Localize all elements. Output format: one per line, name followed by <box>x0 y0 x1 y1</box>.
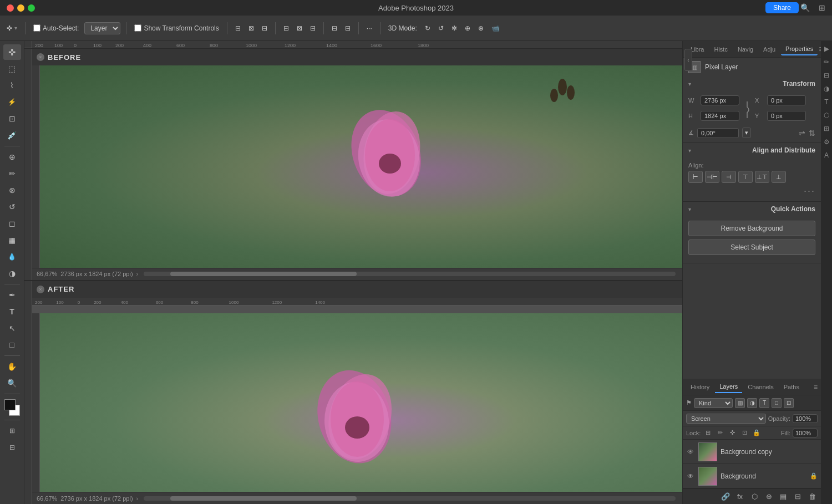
fill-input[interactable] <box>793 429 818 437</box>
distribute-v-btn[interactable]: ⊟ <box>343 23 353 33</box>
quick-select-tool[interactable]: ⚡ <box>3 94 21 110</box>
move-tool[interactable]: ✜ <box>3 44 21 60</box>
align-left-btn[interactable]: ⊟ <box>233 23 243 33</box>
history-brush-tool[interactable]: ↺ <box>3 199 21 215</box>
gradient-tool[interactable]: ▦ <box>3 232 21 248</box>
3d-scale-btn[interactable]: ✼ <box>449 23 459 33</box>
lasso-tool[interactable]: ⌇ <box>3 78 21 93</box>
align-v-center-btn[interactable]: ⊥⊤ <box>755 171 769 183</box>
align-right-btn[interactable]: ⊟ <box>260 23 270 33</box>
3d-spin-btn[interactable]: ↺ <box>436 23 446 33</box>
opacity-input[interactable] <box>793 414 818 423</box>
brush-tool[interactable]: ✏ <box>3 166 21 181</box>
add-layer-icon[interactable]: ⊟ <box>792 491 803 502</box>
before-scrollbar[interactable] <box>144 272 676 276</box>
layer-visibility-bg[interactable]: 👁 <box>686 472 695 481</box>
distribute-h-btn[interactable]: ⊟ <box>329 23 339 33</box>
3d-rotate-btn[interactable]: ↻ <box>423 23 433 33</box>
align-bottom-edge-btn[interactable]: ⊥ <box>772 171 786 183</box>
layer-filter-select[interactable]: Kind <box>694 398 733 408</box>
flip-v-icon[interactable]: ⇅ <box>809 129 815 138</box>
before-panel-close[interactable]: × <box>37 53 44 61</box>
height-input[interactable] <box>701 111 739 121</box>
strip-settings-icon[interactable]: ⚙ <box>822 138 831 146</box>
align-top-edge-btn[interactable]: ⊤ <box>738 171 753 183</box>
lock-position-icon[interactable]: ✏ <box>715 428 725 438</box>
dodge-tool[interactable]: ◑ <box>3 266 21 281</box>
lock-all-icon[interactable]: 🔒 <box>752 428 762 438</box>
right-collapse-btn[interactable]: ‹ <box>684 49 692 71</box>
blend-mode-select[interactable]: Screen <box>686 414 766 424</box>
pen-tool[interactable]: ✒ <box>3 287 21 303</box>
strip-play-icon[interactable]: ▶ <box>822 44 831 53</box>
delete-layer-icon[interactable]: 🗑 <box>806 491 818 502</box>
maximize-button[interactable] <box>28 4 35 12</box>
blur-tool[interactable]: 💧 <box>3 249 21 264</box>
filter-type-icon[interactable]: T <box>759 398 769 408</box>
strip-brush-icon[interactable]: ✏ <box>822 58 831 67</box>
align-vcenter-btn[interactable]: ⊠ <box>295 23 305 33</box>
show-transform-toggle[interactable]: Show Transform Controls <box>132 23 221 33</box>
path-select-tool[interactable]: ↖ <box>3 320 21 336</box>
align-center-btn[interactable]: ⊠ <box>246 23 256 33</box>
add-mask-icon[interactable]: ⬡ <box>749 491 760 502</box>
tab-properties[interactable]: Properties <box>781 43 818 55</box>
layer-item-bg-copy[interactable]: 👁 Background copy <box>683 440 821 464</box>
align-h-center-btn[interactable]: ⊣⊢ <box>705 171 719 183</box>
panels-icon[interactable]: ⊞ <box>819 3 825 12</box>
lock-move-icon[interactable]: ✜ <box>727 428 737 438</box>
before-scrollbar-thumb[interactable] <box>170 272 357 276</box>
remove-background-button[interactable]: Remove Background <box>688 221 815 236</box>
filter-smart-icon[interactable]: ⊡ <box>784 398 794 408</box>
marquee-tool[interactable]: ⬚ <box>3 61 21 77</box>
3d-pan-btn[interactable]: ⊕ <box>476 23 486 33</box>
select-subject-button[interactable]: Select Subject <box>688 240 815 255</box>
auto-select-checkbox[interactable] <box>33 24 40 32</box>
angle-input[interactable] <box>697 128 739 138</box>
tab-channels[interactable]: Channels <box>743 381 778 393</box>
after-panel-close[interactable]: × <box>37 286 44 293</box>
add-fill-icon[interactable]: ⊕ <box>763 491 774 502</box>
3d-camera-btn[interactable]: 📹 <box>489 23 502 33</box>
after-canvas[interactable] <box>32 313 682 492</box>
strip-3d-icon[interactable]: ⬡ <box>822 111 831 120</box>
add-style-icon[interactable]: fx <box>734 491 745 502</box>
search-icon[interactable]: 🔍 <box>800 3 810 12</box>
add-group-icon[interactable]: ▤ <box>778 491 789 502</box>
x-input[interactable] <box>767 95 806 105</box>
strip-type-icon[interactable]: T <box>822 98 831 106</box>
link-proportions-icon[interactable] <box>743 102 752 118</box>
layer-visibility-bg-copy[interactable]: 👁 <box>686 447 695 456</box>
strip-text2-icon[interactable]: A <box>822 151 831 160</box>
share-button[interactable]: Share <box>765 2 799 13</box>
lock-artboard-icon[interactable]: ⊡ <box>739 428 749 438</box>
strip-adjust-icon[interactable]: ◑ <box>822 84 831 93</box>
layers-menu-icon[interactable]: ≡ <box>814 383 818 391</box>
strip-layers-icon[interactable]: ⊟ <box>822 71 831 80</box>
align-header[interactable]: ▾ Align and Distribute <box>683 143 821 157</box>
tab-history[interactable]: History <box>686 381 714 393</box>
show-transform-checkbox[interactable] <box>134 24 141 32</box>
filter-adjust-icon[interactable]: ◑ <box>747 398 757 408</box>
auto-select-toggle[interactable]: Auto-Select: <box>31 23 81 33</box>
3d-roll-btn[interactable]: ⊕ <box>463 23 473 33</box>
foreground-color-swatch[interactable] <box>4 399 16 410</box>
link-layers-icon[interactable]: 🔗 <box>720 491 731 502</box>
more-options-btn[interactable]: ··· <box>688 185 815 197</box>
after-scrollbar-thumb[interactable] <box>170 496 357 501</box>
after-expand-icon[interactable]: › <box>136 495 139 502</box>
filter-pixel-icon[interactable]: ▥ <box>735 398 745 408</box>
angle-dropdown[interactable]: ▾ <box>742 128 751 138</box>
extra2-tool[interactable]: ⊟ <box>3 440 21 455</box>
align-top-btn[interactable]: ⊟ <box>281 23 291 33</box>
heal-tool[interactable]: ⊕ <box>3 149 21 165</box>
extras-btn[interactable]: ··· <box>364 23 374 33</box>
close-button[interactable] <box>7 4 14 12</box>
zoom-tool[interactable]: 🔍 <box>3 375 21 391</box>
eyedropper-tool[interactable]: 💉 <box>3 128 21 143</box>
y-input[interactable] <box>767 111 806 121</box>
flip-h-icon[interactable]: ⇌ <box>799 129 805 138</box>
lock-pixels-icon[interactable]: ⊞ <box>703 428 713 438</box>
clone-tool[interactable]: ⊗ <box>3 182 21 198</box>
transform-header[interactable]: ▾ Transform <box>683 77 821 91</box>
